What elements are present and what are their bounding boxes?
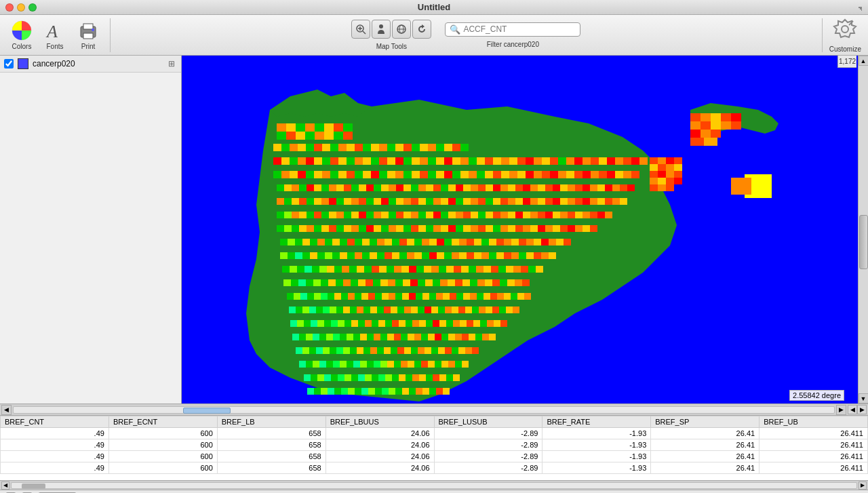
scroll-right-arrow[interactable]: ▶ [836,405,846,415]
svg-rect-667 [431,347,438,354]
scroll-down-arrow[interactable]: ▼ [859,393,869,403]
filter-search-icon: 🔍 [450,24,460,35]
colors-label: Colors [12,43,32,50]
svg-rect-424 [384,252,392,259]
svg-rect-316 [523,212,530,218]
svg-rect-252 [396,198,403,205]
svg-rect-628 [367,334,374,340]
svg-rect-309 [471,212,478,218]
layer-expand-button[interactable]: ⊞ [166,58,177,69]
svg-rect-183 [599,171,607,178]
svg-rect-371 [280,239,288,245]
svg-rect-585 [290,320,297,327]
svg-rect-281 [612,198,620,205]
svg-rect-315 [515,212,523,218]
svg-rect-128 [526,157,534,165]
svg-rect-234 [620,184,627,191]
svg-rect-243 [329,198,336,205]
scroll-left-arrow[interactable]: ◀ [1,405,12,415]
svg-rect-241 [314,198,321,205]
svg-rect-171 [501,171,509,178]
svg-rect-625 [347,334,353,340]
magnify-button[interactable] [351,20,370,39]
svg-rect-67 [296,132,305,140]
svg-rect-182 [591,171,599,178]
svg-rect-25 [711,113,721,121]
refresh-button[interactable] [412,20,431,39]
svg-rect-62 [324,123,334,132]
h-scroll-thumb[interactable] [183,408,231,414]
svg-rect-572 [431,307,438,313]
colors-tool[interactable]: Colors [7,17,37,53]
table-cell: 26.41 [651,451,760,462]
close-button[interactable] [5,3,14,12]
layer-checkbox[interactable] [4,59,14,68]
svg-rect-491 [351,279,358,286]
svg-rect-318 [538,212,545,218]
print-tool[interactable]: Print [73,17,103,53]
svg-rect-645 [482,334,489,340]
fonts-tool[interactable]: A Fonts [40,17,70,53]
svg-rect-348 [426,225,433,232]
scroll-thumb[interactable] [859,215,868,269]
globe-button[interactable] [392,20,411,39]
svg-rect-55 [658,184,666,191]
svg-rect-361 [523,225,530,232]
table-hthumb[interactable] [22,484,45,489]
info-button[interactable] [372,20,391,39]
customize-group[interactable]: Customize [829,17,861,53]
svg-rect-276 [575,198,583,205]
svg-rect-544 [484,293,490,300]
svg-rect-294 [359,212,366,218]
svg-rect-621 [319,334,326,340]
h-scroll-track[interactable] [13,406,835,414]
svg-rect-242 [321,198,329,205]
table-cell: -2.89 [434,439,542,451]
svg-rect-471 [461,266,469,273]
svg-rect-500 [418,279,425,286]
svg-rect-57 [277,123,286,132]
table-h-right[interactable]: ▶ [859,481,867,490]
filter-input[interactable] [463,24,572,34]
svg-line-10 [363,31,366,34]
filter-input-wrap[interactable]: 🔍 [445,22,580,37]
svg-rect-307 [456,212,463,218]
svg-rect-399 [489,239,496,245]
svg-rect-425 [392,252,399,259]
svg-rect-710 [378,374,385,381]
svg-rect-521 [328,293,334,300]
layer-item[interactable]: cancerp020 ⊞ [0,56,181,73]
scroll-up-arrow[interactable]: ▲ [859,56,869,66]
svg-rect-574 [445,307,452,313]
svg-rect-258 [441,198,448,205]
svg-rect-191 [299,184,307,191]
table-htrack[interactable] [11,482,857,489]
svg-rect-463 [401,266,409,273]
svg-rect-75 [290,144,298,151]
svg-rect-537 [436,293,443,300]
svg-rect-383 [370,239,377,245]
maximize-button[interactable] [28,3,37,12]
svg-rect-422 [370,252,377,259]
table-cell: -2.89 [434,428,542,439]
svg-rect-522 [334,293,341,300]
minimize-button[interactable] [17,3,25,12]
svg-rect-592 [338,320,344,327]
svg-rect-253 [403,198,411,205]
window-controls[interactable] [5,3,37,12]
scroll-track[interactable] [859,66,868,393]
svg-rect-85 [371,144,379,151]
svg-rect-596 [365,320,372,327]
svg-rect-446 [549,252,556,259]
svg-rect-699 [304,374,311,381]
table-next-button[interactable]: ▶ [857,405,867,414]
svg-rect-320 [553,212,560,218]
svg-rect-608 [446,320,453,327]
svg-rect-674 [299,361,306,368]
svg-rect-176 [542,171,550,178]
table-h-left[interactable]: ◀ [1,481,9,490]
table-cell: .49 [1,451,109,462]
table-prev-button[interactable]: ◀ [848,405,857,414]
vertical-scrollbar[interactable]: ▲ ▼ [858,56,868,403]
svg-rect-731 [368,388,375,395]
